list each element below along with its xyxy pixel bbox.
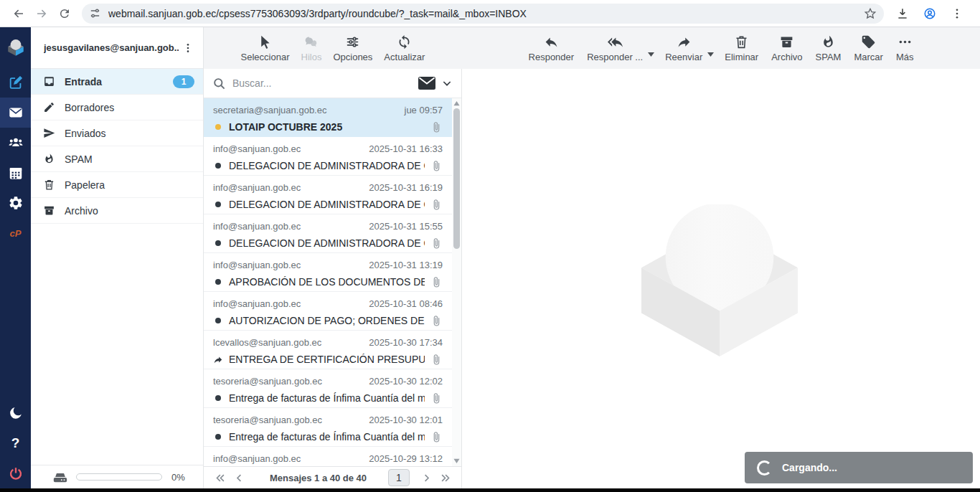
message-row[interactable]: tesoreria@sanjuan.gob.ec2025-10-30 12:01… <box>204 408 461 447</box>
flame-icon <box>43 153 55 165</box>
last-page-button[interactable] <box>435 469 454 486</box>
trash-icon <box>43 179 55 191</box>
flag-indicator <box>213 124 223 130</box>
forwarded-icon <box>213 354 223 365</box>
site-settings-icon[interactable] <box>89 7 101 19</box>
account-email: jesusgavilanes@sanjuan.gob.... <box>44 42 179 53</box>
delete-button[interactable]: Eliminar <box>722 34 760 62</box>
screen: webmail.sanjuan.gob.ec/cpsess7753063093/… <box>0 0 980 492</box>
cpanel-icon[interactable]: cP <box>0 218 31 248</box>
downloads-icon[interactable] <box>891 2 914 25</box>
folder-sent[interactable]: Enviados <box>31 120 203 146</box>
reply-all-caret-icon[interactable] <box>648 47 654 60</box>
tag-icon <box>861 34 876 49</box>
paper-plane-icon <box>43 127 55 139</box>
calendar-icon[interactable] <box>0 158 31 188</box>
spinner-icon <box>757 460 772 476</box>
quota-progress <box>76 473 162 481</box>
flag-indicator <box>213 163 223 169</box>
mark-button[interactable]: Marcar <box>852 34 885 62</box>
contacts-icon[interactable] <box>0 128 31 158</box>
logout-power-icon[interactable] <box>0 458 31 488</box>
dark-mode-moon-icon[interactable] <box>0 398 31 428</box>
folder-inbox[interactable]: Entrada 1 <box>31 69 203 95</box>
flag-indicator <box>213 434 223 440</box>
compose-icon[interactable] <box>0 67 31 98</box>
pagination-label: Mensajes 1 a 40 de 40 <box>248 473 388 483</box>
bookmark-star-icon[interactable] <box>864 7 877 20</box>
folder-archive[interactable]: Archivo <box>31 198 203 224</box>
next-page-button[interactable] <box>417 469 435 486</box>
forward-button[interactable]: Reenviar <box>663 34 705 62</box>
message-row[interactable]: secretaria@sanjuan.gob.ecjue 09:57 LOTAI… <box>204 98 461 137</box>
options-button[interactable]: Opciones <box>331 34 374 62</box>
flag-indicator <box>213 354 223 365</box>
folder-drafts[interactable]: Borradores <box>31 95 203 120</box>
paperclip-icon <box>430 354 443 366</box>
message-row[interactable]: info@sanjuan.gob.ec2025-10-31 13:19 APRO… <box>204 253 461 292</box>
forward-icon[interactable] <box>30 2 53 25</box>
list-toolbar: Seleccionar Hilos Opciones Actualizar <box>204 27 462 69</box>
paperclip-icon <box>430 276 443 288</box>
threads-button[interactable]: Hilos <box>299 34 324 62</box>
message-row[interactable]: info@sanjuan.gob.ec2025-10-31 16:19 DELE… <box>204 176 461 214</box>
loading-toast: Cargando... <box>745 452 973 483</box>
settings-gear-icon[interactable] <box>0 188 31 218</box>
flag-indicator <box>213 318 223 323</box>
refresh-button[interactable]: Actualizar <box>382 34 427 62</box>
paperclip-icon <box>430 160 443 172</box>
app-rail: cP ? <box>0 27 31 488</box>
page-number-input[interactable] <box>388 469 410 486</box>
search-scope-mail-icon[interactable] <box>418 77 435 90</box>
message-row[interactable]: tesoreria@sanjuan.gob.ec2025-10-30 12:02… <box>204 369 461 408</box>
message-row[interactable]: info@sanjuan.gob.ec2025-10-31 15:55 DELE… <box>204 214 461 253</box>
url-text[interactable]: webmail.sanjuan.gob.ec/cpsess7753063093/… <box>108 8 864 19</box>
forward-caret-icon[interactable] <box>707 47 714 60</box>
sliders-icon <box>345 34 360 49</box>
reply-icon <box>544 34 559 49</box>
mail-icon[interactable] <box>0 98 31 128</box>
pencil-icon <box>43 101 55 113</box>
more-button[interactable]: Más <box>894 34 916 62</box>
profile-icon[interactable] <box>918 2 941 25</box>
storage-disk-icon <box>52 469 68 485</box>
webmail-app: cP ? jesusgavilanes@sanjuan.gob.... <box>0 27 980 488</box>
archive-box-icon <box>779 34 794 49</box>
help-icon[interactable]: ? <box>0 428 31 458</box>
scroll-down-icon[interactable] <box>453 458 460 464</box>
account-menu-kebab-icon[interactable] <box>179 39 197 57</box>
message-row[interactable]: info@sanjuan.gob.ec2025-10-31 16:33 DELE… <box>204 137 461 176</box>
flag-indicator <box>213 279 223 285</box>
back-icon[interactable] <box>7 2 30 25</box>
content-pane: Cargando... <box>462 69 980 488</box>
menu-kebab-icon[interactable] <box>946 2 969 25</box>
refresh-icon[interactable] <box>53 2 76 25</box>
reply-all-button[interactable]: Responder ... <box>585 34 645 62</box>
quota-bar: 0% <box>31 465 203 488</box>
paperclip-icon <box>430 121 443 133</box>
prev-page-button[interactable] <box>230 469 248 486</box>
folder-spam[interactable]: SPAM <box>31 146 203 172</box>
archive-button[interactable]: Archivo <box>769 34 804 62</box>
scrollbar-thumb[interactable] <box>453 108 460 249</box>
select-button[interactable]: Seleccionar <box>239 34 292 62</box>
search-input[interactable] <box>232 77 418 89</box>
address-bar[interactable]: webmail.sanjuan.gob.ec/cpsess7753063093/… <box>82 4 884 24</box>
cursor-icon <box>258 34 273 49</box>
roundcube-logo-icon[interactable] <box>0 27 31 67</box>
inbox-icon <box>43 75 55 87</box>
chevron-down-icon[interactable] <box>441 77 453 89</box>
paperclip-icon <box>430 199 443 211</box>
flag-indicator <box>213 202 223 207</box>
paperclip-icon <box>430 431 443 443</box>
paperclip-icon <box>430 237 443 250</box>
spam-button[interactable]: SPAM <box>814 34 844 62</box>
reply-button[interactable]: Responder <box>527 34 577 62</box>
first-page-button[interactable] <box>211 469 230 486</box>
list-scrollbar[interactable] <box>452 98 461 466</box>
folder-trash[interactable]: Papelera <box>31 172 203 198</box>
message-row[interactable]: info@sanjuan.gob.ec2025-10-31 08:46 AUTO… <box>204 292 461 331</box>
scroll-up-icon[interactable] <box>453 100 460 107</box>
message-row[interactable]: lcevallos@sanjuan.gob.ec2025-10-30 17:34… <box>204 331 461 369</box>
message-row[interactable]: info@sanjuan.gob.ec2025-10-29 13:12 <box>204 447 461 466</box>
